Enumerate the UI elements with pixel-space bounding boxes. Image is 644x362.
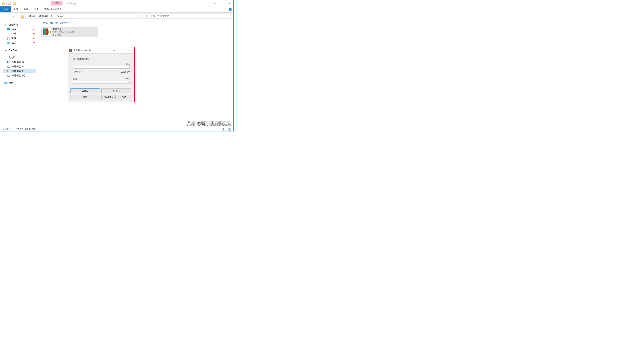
sidebar-item-label: 本地磁盘 (D:) <box>12 65 25 68</box>
location-folder-icon <box>21 15 24 17</box>
help-button[interactable]: 帮助 <box>117 95 131 99</box>
group-header-label: WinRAR ZIP 压缩文件 (1) <box>43 21 72 25</box>
address-bar[interactable]: › 此电脑 › 本地磁盘 (E:) › Temp ⌄ <box>20 13 142 19</box>
sidebar-item-label: 桌面 <box>12 28 16 31</box>
tab-home[interactable]: 主页 <box>11 6 21 12</box>
drive-icon <box>8 66 10 67</box>
pictures-icon <box>8 42 10 44</box>
document-icon <box>8 37 10 40</box>
maximize-button[interactable] <box>219 1 226 6</box>
view-details-button[interactable]: ≣ <box>222 128 226 130</box>
status-item-count: 1 个项目 <box>2 128 11 130</box>
search-input[interactable]: 🔍 搜索"Temp" <box>151 13 232 19</box>
minimize-button[interactable] <box>211 1 219 6</box>
total-progress-percent: 0% <box>126 77 130 80</box>
sidebar-item-label: 下载 <box>12 32 16 35</box>
watermark: 头条 @玩手机的张先生 <box>187 121 232 126</box>
sidebar-item-drive-d[interactable]: 本地磁盘 (D:) <box>3 64 36 69</box>
network-icon: 🌐 <box>4 82 7 84</box>
progress-bar <box>72 66 130 68</box>
sidebar-item-network[interactable]: 🌐 网络 <box>3 81 36 85</box>
dialog-close-button[interactable]: ✕ <box>126 49 133 52</box>
qat-checkbox-icon[interactable] <box>8 2 10 5</box>
desktop-icon <box>8 28 10 30</box>
sidebar-item-desktop[interactable]: 桌面 📌 <box>3 27 36 31</box>
sidebar-item-label: OneDrive <box>9 49 18 51</box>
nav-up-button[interactable]: ↑ <box>16 14 18 18</box>
window-title: E:\Temp <box>67 2 76 5</box>
chevron-right-icon[interactable]: › <box>25 15 27 17</box>
navigation-pane: ★ 快速访问 桌面 📌 ⬇ 下载 📌 文档 📌 图片 📌 <box>0 20 37 127</box>
address-dropdown-icon[interactable]: ⌄ <box>136 15 140 17</box>
mode-button[interactable]: 模式(M)... <box>102 95 116 99</box>
chevron-right-icon[interactable]: › <box>54 15 56 17</box>
file-type: WinRAR ZIP 压缩文件 <box>53 30 76 33</box>
pin-icon: 📌 <box>32 33 35 35</box>
sidebar-item-label: 快速访问 <box>9 23 18 26</box>
chevron-down-icon: ⌄ <box>40 22 42 24</box>
view-tiles-button[interactable]: ▦ <box>228 128 231 130</box>
close-button[interactable] <box>226 1 234 6</box>
sidebar-item-drive-f[interactable]: 本地磁盘 (F:) <box>3 73 36 78</box>
content-pane: ⌄ WinRAR ZIP 压缩文件 (1) text.zip WinRAR ZI… <box>37 20 234 127</box>
winrar-file-icon <box>42 28 51 36</box>
file-group-header[interactable]: ⌄ WinRAR ZIP 压缩文件 (1) <box>40 21 230 25</box>
sidebar-item-downloads[interactable]: ⬇ 下载 📌 <box>3 31 36 36</box>
star-icon: ★ <box>4 23 7 26</box>
nav-back-button[interactable]: ← <box>2 14 6 18</box>
qat-folder-icon[interactable] <box>14 2 16 5</box>
onedrive-icon: ☁ <box>4 49 7 52</box>
sidebar-item-documents[interactable]: 文档 📌 <box>3 36 36 40</box>
drive-icon <box>8 70 10 72</box>
help-icon[interactable]: ? <box>229 8 232 11</box>
breadcrumb[interactable]: Temp <box>57 15 63 17</box>
tab-view[interactable]: 查看 <box>31 6 42 12</box>
sidebar-item-label: 文档 <box>11 37 16 40</box>
dialog-maximize-button[interactable]: ☐ <box>119 49 125 52</box>
dialog-minimize-button[interactable]: — <box>111 49 118 52</box>
tab-file[interactable]: 文件 <box>0 6 11 12</box>
refresh-button[interactable]: ⟳ <box>143 13 150 19</box>
sidebar-quick-access[interactable]: ★ 快速访问 <box>3 22 36 27</box>
sidebar-item-label: 图片 <box>12 41 16 44</box>
breadcrumb[interactable]: 本地磁盘 (E:) <box>39 15 53 17</box>
search-placeholder: 搜索"Temp" <box>158 15 169 17</box>
breadcrumb[interactable]: 此电脑 <box>28 15 35 17</box>
sidebar-item-label: 此电脑 <box>9 56 16 59</box>
nav-forward-button[interactable]: → <box>8 14 12 18</box>
ribbon-expand-icon[interactable]: ⌄ <box>222 6 227 12</box>
file-size: 8.97 MB <box>53 33 76 36</box>
qat-dropdown-icon[interactable]: ▼ <box>18 2 19 4</box>
file-item[interactable]: text.zip WinRAR ZIP 压缩文件 8.97 MB <box>40 26 98 37</box>
sidebar-item-thispc[interactable]: 🖥 此电脑 <box>3 55 36 60</box>
drive-icon <box>8 75 10 77</box>
drive-icon <box>8 61 10 63</box>
sidebar-item-drive-c[interactable]: 本地磁盘 (C:) <box>3 60 36 64</box>
ribbon: 文件 主页 共享 查看 压缩的文件夹工具 ⌄ ? <box>0 6 234 12</box>
explorer-icon <box>2 2 4 5</box>
pause-button[interactable]: 暂停(P) <box>102 88 131 93</box>
navigation-bar: ← → ⌄ ↑ › 此电脑 › 本地磁盘 (E:) › Temp ⌄ ⟳ 🔍 搜… <box>0 12 234 20</box>
nav-history-dropdown[interactable]: ⌄ <box>13 15 14 17</box>
pin-icon: 📌 <box>32 42 35 44</box>
total-progress-label: 进度 <box>72 77 77 80</box>
chevron-right-icon[interactable]: › <box>36 15 38 17</box>
tab-compressed-tools[interactable]: 压缩的文件夹工具 <box>42 6 64 12</box>
dialog-file-path: E:\Temp\text.zip <box>72 58 130 60</box>
dialog-titlebar[interactable]: 正在从 text.zip 中... — ☐ ✕ <box>68 47 134 53</box>
separator <box>12 2 12 5</box>
winrar-extract-dialog: 正在从 text.zip 中... — ☐ ✕ E:\Temp\text.zip… <box>68 47 134 102</box>
winrar-icon <box>69 49 72 52</box>
sidebar-item-drive-e[interactable]: 本地磁盘 (E:) <box>3 69 36 73</box>
status-selection: 选中 1 个项目 8.97 MB <box>15 128 36 130</box>
sidebar-item-label: 本地磁盘 (C:) <box>12 61 25 63</box>
total-progress-bar <box>72 81 130 83</box>
sidebar-item-pictures[interactable]: 图片 📌 <box>3 40 36 45</box>
sidebar-item-onedrive[interactable]: ☁ OneDrive <box>3 48 36 52</box>
elapsed-label: 已用时间 <box>72 70 82 73</box>
sidebar-item-label: 本地磁盘 (E:) <box>12 70 25 72</box>
tab-share[interactable]: 共享 <box>21 6 31 12</box>
cancel-button[interactable]: 取消 <box>70 95 100 99</box>
background-button[interactable]: 后台(B) <box>70 88 100 93</box>
pin-icon: 📌 <box>32 37 35 39</box>
